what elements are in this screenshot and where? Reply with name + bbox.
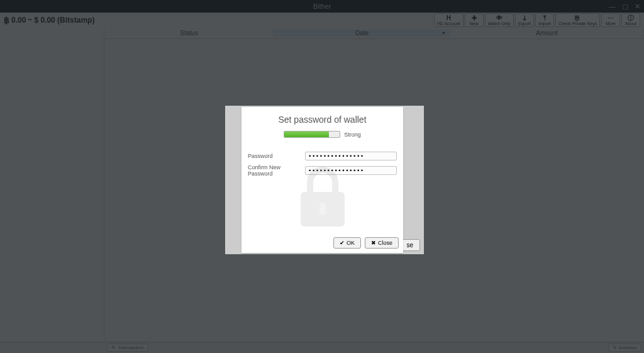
check-icon: ✔	[340, 240, 345, 246]
close-button[interactable]: ✖ Close	[365, 237, 399, 249]
strength-bar	[284, 131, 340, 138]
svg-rect-0	[301, 192, 345, 227]
ok-button[interactable]: ✔ OK	[333, 237, 361, 249]
dialog-footer: ✔ OK ✖ Close	[242, 233, 403, 253]
confirm-password-label: Confirm New Password	[248, 164, 302, 177]
set-password-dialog: Set password of wallet Strong Password C…	[242, 107, 403, 253]
strength-meter: Strong	[242, 131, 403, 138]
confirm-password-row: Confirm New Password	[248, 164, 397, 177]
password-input[interactable]	[305, 152, 397, 160]
dialog-title: Set password of wallet	[242, 107, 403, 131]
password-label: Password	[248, 153, 302, 159]
ok-label: OK	[347, 240, 355, 246]
strength-fill	[284, 132, 328, 137]
confirm-password-input[interactable]	[305, 166, 397, 175]
close-label: Close	[378, 240, 392, 246]
strength-label: Strong	[344, 132, 361, 138]
svg-rect-1	[319, 203, 326, 215]
password-row: Password	[248, 152, 397, 160]
close-icon: ✖	[371, 240, 376, 246]
